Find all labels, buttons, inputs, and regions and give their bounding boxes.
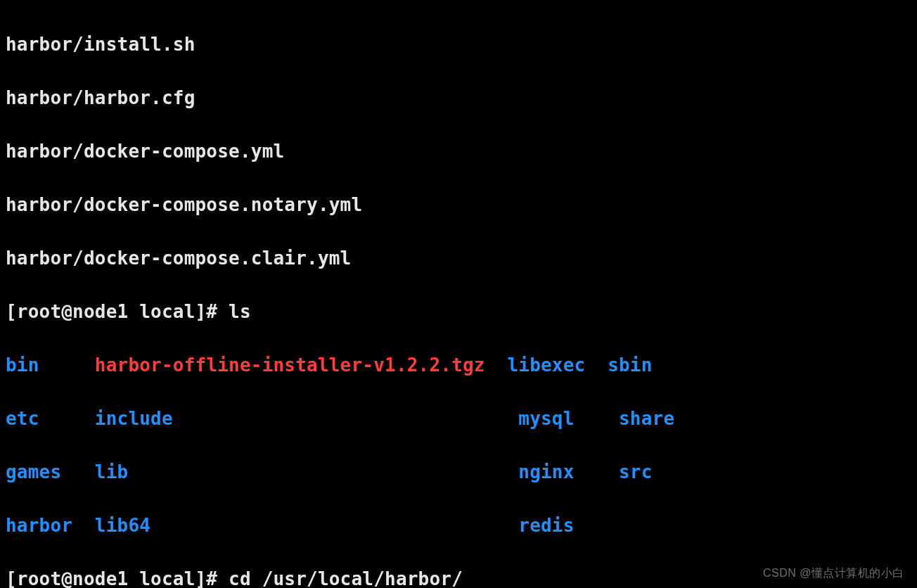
output-line: harbor/docker-compose.notary.yml (6, 191, 911, 218)
ls-output-line: bin harbor-offline-installer-v1.2.2.tgz … (6, 352, 911, 378)
ls-output-line: games lib nginx src (6, 459, 911, 485)
dir-entry: bin (6, 354, 39, 376)
command-text: ls (229, 301, 251, 322)
dir-entry: mysql (518, 408, 574, 429)
dir-entry: harbor (6, 515, 72, 536)
dir-entry: games (6, 461, 61, 482)
tar-extract-file: harbor/harbor.cfg (6, 87, 195, 108)
archive-entry: harbor-offline-installer-v1.2.2.tgz (95, 354, 485, 376)
ls-output-line: etc include mysql share (6, 405, 911, 432)
dir-entry: nginx (518, 461, 574, 482)
dir-entry: lib64 (95, 515, 150, 536)
watermark-text: CSDN @懂点计算机的小白 (763, 566, 904, 581)
output-line: harbor/install.sh (6, 31, 911, 58)
shell-prompt: [root@node1 local]# (6, 568, 229, 588)
dir-entry: share (619, 408, 674, 429)
tar-extract-file: harbor/docker-compose.notary.yml (6, 194, 362, 215)
command-line: [root@node1 local]# ls (6, 298, 911, 325)
terminal[interactable]: harbor/install.sh harbor/harbor.cfg harb… (0, 0, 917, 588)
command-text: cd /usr/local/harbor/ (229, 568, 463, 588)
dir-entry: libexec (507, 354, 585, 376)
tar-extract-file: harbor/docker-compose.yml (6, 141, 284, 162)
dir-entry: redis (518, 515, 574, 536)
tar-extract-file: harbor/docker-compose.clair.yml (6, 248, 351, 269)
dir-entry: include (95, 408, 173, 429)
output-line: harbor/docker-compose.clair.yml (6, 245, 911, 271)
dir-entry: sbin (608, 354, 652, 376)
tar-extract-file: harbor/install.sh (6, 34, 195, 55)
dir-entry: etc (6, 408, 39, 429)
output-line: harbor/harbor.cfg (6, 84, 911, 111)
output-line: harbor/docker-compose.yml (6, 138, 911, 165)
dir-entry: lib (95, 461, 129, 482)
ls-output-line: harbor lib64 redis (6, 512, 911, 539)
shell-prompt: [root@node1 local]# (6, 301, 229, 322)
dir-entry: src (619, 461, 653, 482)
